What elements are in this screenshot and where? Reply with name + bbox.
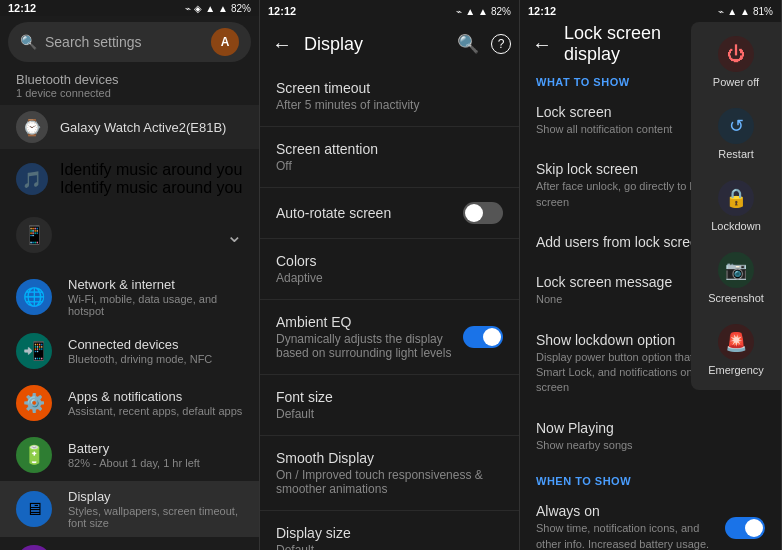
- colors-sub: Adaptive: [276, 271, 503, 285]
- network-title: Network & internet: [68, 277, 243, 292]
- display-help-icon[interactable]: ?: [491, 34, 511, 54]
- dispsize-title: Display size: [276, 525, 503, 541]
- settings-item-apps[interactable]: ⚙️ Apps & notifications Assistant, recen…: [0, 377, 259, 429]
- settings-item-sound[interactable]: 🔊 Sound Volume, vibration, Do Not Distur…: [0, 537, 259, 550]
- settings-item-connected[interactable]: 📲 Connected devices Bluetooth, driving m…: [0, 325, 259, 377]
- display-header: ← Display 🔍 ?: [260, 22, 519, 66]
- display-item-attention[interactable]: Screen attention Off: [260, 127, 519, 188]
- lock-header-title: Lock screen display: [564, 23, 711, 65]
- bluetooth-subtitle: 1 device connected: [16, 87, 243, 99]
- watch-icon: ⌚: [16, 111, 48, 143]
- lockdown-item[interactable]: 🔒 Lockdown: [691, 170, 781, 242]
- music-icon: 🎵: [16, 163, 48, 195]
- power-off-icon: ⏻: [718, 36, 754, 72]
- rotate-toggle[interactable]: [463, 202, 503, 224]
- lockdown-label: Lockdown: [711, 220, 761, 232]
- back-button-lock[interactable]: ←: [528, 29, 556, 60]
- battery-icon: 🔋: [16, 437, 52, 473]
- restart-item[interactable]: ↺ Restart: [691, 98, 781, 170]
- status-bar-1: 12:12 ⌁ ◈ ▲ ▲ 82%: [0, 0, 259, 16]
- status-icons-2: ⌁ ▲ ▲ 82%: [456, 6, 511, 17]
- avatar[interactable]: A: [211, 28, 239, 56]
- search-bar[interactable]: 🔍 Search settings A: [8, 22, 251, 62]
- wifi-icon-3: ▲: [740, 6, 750, 17]
- display-item-dispsize[interactable]: Display size Default: [260, 511, 519, 550]
- chevron-down-icon[interactable]: ⌄: [226, 223, 243, 247]
- sig-icon-3: ▲: [727, 6, 737, 17]
- rotate-toggle-thumb: [465, 204, 483, 222]
- search-placeholder: Search settings: [45, 34, 203, 50]
- emergency-icon: 🚨: [718, 324, 754, 360]
- alwayson-toggle-thumb: [745, 519, 763, 537]
- music-item[interactable]: 🎵 Identify music around you Identify mus…: [0, 153, 259, 205]
- smooth-title: Smooth Display: [276, 450, 503, 466]
- display-item-fontsize[interactable]: Font size Default: [260, 375, 519, 436]
- screenshot-icon: 📷: [718, 252, 754, 288]
- emergency-item[interactable]: 🚨 Emergency: [691, 314, 781, 386]
- status-time-3: 12:12: [528, 5, 556, 17]
- status-time-2: 12:12: [268, 5, 296, 17]
- display-item-ambient[interactable]: Ambient EQ Dynamically adjusts the displ…: [260, 300, 519, 375]
- expand-icon: 📱: [16, 217, 52, 253]
- bt-icon-2: ⌁: [456, 6, 462, 17]
- status-icons-1: ⌁ ◈ ▲ ▲ 82%: [185, 3, 251, 14]
- status-time-1: 12:12: [8, 2, 36, 14]
- display-title: Display: [68, 489, 243, 504]
- timeout-sub: After 5 minutes of inactivity: [276, 98, 503, 112]
- dispsize-sub: Default: [276, 543, 503, 550]
- display-item-smooth[interactable]: Smooth Display On / Improved touch respo…: [260, 436, 519, 511]
- lock-screen-panel: 12:12 ⌁ ▲ ▲ 81% ← Lock screen display 🔍 …: [520, 0, 782, 550]
- lock-item-nowplaying[interactable]: Now Playing Show nearby songs: [520, 408, 781, 465]
- music-subtitle: Identify music around you: [60, 179, 242, 197]
- status-bar-3: 12:12 ⌁ ▲ ▲ 81%: [520, 0, 781, 22]
- back-button-display[interactable]: ←: [268, 29, 296, 60]
- sig-icon-2: ▲: [465, 6, 475, 17]
- display-panel: 12:12 ⌁ ▲ ▲ 82% ← Display 🔍 ? Screen tim…: [260, 0, 520, 550]
- display-item-colors[interactable]: Colors Adaptive: [260, 239, 519, 300]
- nowplaying-sub: Show nearby songs: [536, 438, 765, 453]
- display-item-rotate[interactable]: Auto-rotate screen: [260, 188, 519, 239]
- section-when-to-show: WHEN TO SHOW: [520, 465, 781, 491]
- battery-title: Battery: [68, 441, 243, 456]
- watch-name: Galaxy Watch Active2(E81B): [60, 120, 226, 135]
- settings-item-battery[interactable]: 🔋 Battery 82% - About 1 day, 1 hr left: [0, 429, 259, 481]
- lock-item-alwayson[interactable]: Always on Show time, notification icons,…: [520, 491, 781, 550]
- settings-item-network[interactable]: 🌐 Network & internet Wi-Fi, mobile, data…: [0, 269, 259, 325]
- alwayson-toggle[interactable]: [725, 517, 765, 539]
- bluetooth-title: Bluetooth devices: [16, 72, 243, 87]
- connected-subtitle: Bluetooth, driving mode, NFC: [68, 353, 243, 365]
- restart-icon: ↺: [718, 108, 754, 144]
- ambient-toggle-thumb: [483, 328, 501, 346]
- music-text: Identify music around you Identify music…: [60, 161, 242, 197]
- power-menu: ⏻ Power off ↺ Restart 🔒 Lockdown 📷 Scree…: [691, 22, 781, 390]
- settings-panel: 12:12 ⌁ ◈ ▲ ▲ 82% 🔍 Search settings A Bl…: [0, 0, 260, 550]
- power-off-label: Power off: [713, 76, 759, 88]
- alwayson-sub: Show time, notification icons, and other…: [536, 521, 717, 550]
- display-header-icons: 🔍 ?: [457, 33, 511, 55]
- fontsize-title: Font size: [276, 389, 503, 405]
- display-icon: 🖥: [16, 491, 52, 527]
- fontsize-sub: Default: [276, 407, 503, 421]
- nfc-icon: ◈: [194, 3, 202, 14]
- screenshot-item[interactable]: 📷 Screenshot: [691, 242, 781, 314]
- wifi-icon: ▲: [218, 3, 228, 14]
- display-list: Screen timeout After 5 minutes of inacti…: [260, 66, 519, 550]
- power-off-item[interactable]: ⏻ Power off: [691, 26, 781, 98]
- display-header-title: Display: [304, 34, 449, 55]
- display-search-icon[interactable]: 🔍: [457, 33, 479, 55]
- nowplaying-title: Now Playing: [536, 420, 765, 436]
- attention-title: Screen attention: [276, 141, 503, 157]
- network-subtitle: Wi-Fi, mobile, data usage, and hotspot: [68, 293, 243, 317]
- settings-item-display[interactable]: 🖥 Display Styles, wallpapers, screen tim…: [0, 481, 259, 537]
- watch-item[interactable]: ⌚ Galaxy Watch Active2(E81B): [0, 105, 259, 149]
- network-icon: 🌐: [16, 279, 52, 315]
- signal-icon: ▲: [205, 3, 215, 14]
- display-item-timeout[interactable]: Screen timeout After 5 minutes of inacti…: [260, 66, 519, 127]
- expand-item[interactable]: 📱 ⌄: [0, 209, 259, 261]
- connected-icon: 📲: [16, 333, 52, 369]
- rotate-title: Auto-rotate screen: [276, 205, 391, 221]
- wifi-icon-2: ▲: [478, 6, 488, 17]
- display-subtitle: Styles, wallpapers, screen timeout, font…: [68, 505, 243, 529]
- bluetooth-icon: ⌁: [185, 3, 191, 14]
- ambient-toggle[interactable]: [463, 326, 503, 348]
